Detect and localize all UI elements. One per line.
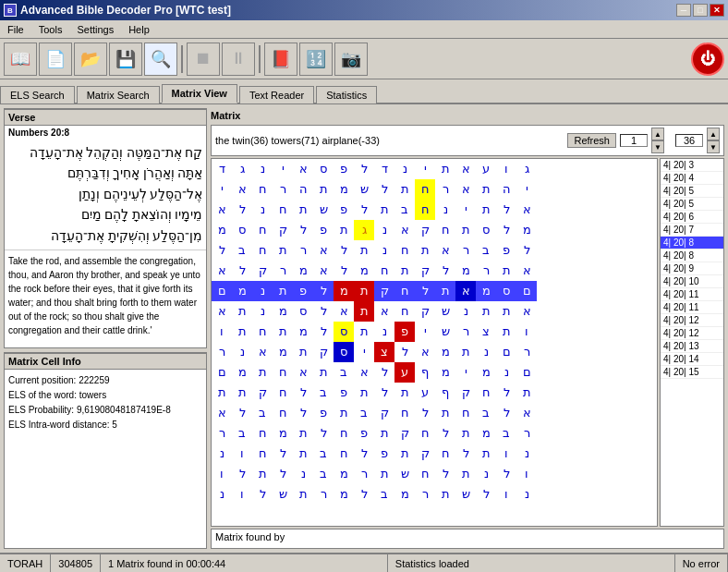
table-row[interactable]: מלסתחקאנגתפלקחסמ bbox=[212, 220, 537, 240]
matrix-cell[interactable]: ב bbox=[313, 464, 334, 484]
matrix-cell[interactable]: מ bbox=[232, 362, 252, 383]
matrix-cell[interactable]: ב bbox=[334, 362, 354, 383]
table-row[interactable]: תלחקףעתלתפבלחקתת bbox=[212, 383, 537, 403]
matrix-cell[interactable]: ס bbox=[334, 342, 354, 362]
refresh-button[interactable]: Refresh bbox=[567, 133, 616, 148]
toolbar-open-button[interactable]: 📂 bbox=[74, 43, 107, 76]
matrix-cell[interactable]: ק bbox=[415, 301, 435, 322]
toolbar-book-button[interactable]: 📕 bbox=[264, 43, 297, 76]
matrix-table[interactable]: גועאתינדלפסאינגדיהתארחתלשמתהרחאיאלתינחבת… bbox=[212, 159, 537, 505]
matrix-cell[interactable]: נ bbox=[212, 444, 232, 464]
matrix-cell[interactable]: ת bbox=[496, 301, 516, 322]
matrix-cell[interactable]: ת bbox=[455, 220, 476, 240]
matrix-cell[interactable]: ח bbox=[252, 444, 273, 464]
menu-settings[interactable]: Settings bbox=[69, 22, 121, 37]
matrix-cell[interactable]: ת bbox=[394, 179, 415, 200]
table-row[interactable]: אתתנשקחאתאלסמנתא bbox=[212, 301, 537, 322]
matrix-cell[interactable]: ח bbox=[252, 322, 273, 342]
matrix-cell[interactable]: ר bbox=[476, 261, 496, 281]
matrix-cell[interactable]: פ bbox=[334, 200, 354, 220]
sidebar-row[interactable]: 4| 20| 11 bbox=[661, 301, 723, 314]
matrix-cell[interactable]: ב bbox=[476, 240, 496, 261]
matrix-cell[interactable]: ח bbox=[334, 423, 354, 444]
matrix-cell[interactable]: ס bbox=[496, 281, 516, 301]
matrix-cell[interactable]: ק bbox=[415, 220, 435, 240]
table-row[interactable]: אלבחתלחקבתפלחבלא bbox=[212, 403, 537, 423]
matrix-cell[interactable]: ה bbox=[496, 179, 516, 200]
toolbar-power-button[interactable]: ⏻ bbox=[691, 43, 724, 76]
matrix-cell[interactable]: ר bbox=[516, 342, 537, 362]
matrix-cell[interactable]: א bbox=[516, 261, 537, 281]
matrix-cell[interactable]: ל bbox=[394, 342, 415, 362]
tab-els-search[interactable]: ELS Search bbox=[0, 86, 75, 103]
matrix-cell[interactable]: ל bbox=[516, 240, 537, 261]
matrix-cell[interactable]: ל bbox=[313, 301, 334, 322]
matrix-cell[interactable]: ם bbox=[496, 342, 516, 362]
matrix-cell[interactable]: י bbox=[273, 159, 293, 179]
toolbar-calc-button[interactable]: 🔢 bbox=[299, 43, 333, 76]
matrix-cell[interactable]: נ bbox=[252, 200, 273, 220]
matrix-cell[interactable]: ח bbox=[252, 220, 273, 240]
matrix-cell[interactable]: ע bbox=[394, 362, 415, 383]
matrix-cell[interactable]: ר bbox=[293, 240, 313, 261]
matrix-cell[interactable]: ק bbox=[455, 383, 476, 403]
matrix-num-input[interactable] bbox=[620, 134, 648, 147]
matrix-cell[interactable]: ח bbox=[415, 423, 435, 444]
matrix-cell[interactable]: ח bbox=[455, 403, 476, 423]
tab-matrix-search[interactable]: Matrix Search bbox=[77, 86, 160, 103]
toolbar-camera-button[interactable]: 📷 bbox=[334, 43, 368, 76]
matrix-cell[interactable]: ו bbox=[496, 159, 516, 179]
matrix-cell[interactable]: ק bbox=[252, 261, 273, 281]
matrix-cell[interactable]: א bbox=[455, 281, 476, 301]
matrix-cell[interactable]: ר bbox=[415, 484, 435, 505]
matrix-cell[interactable]: ו bbox=[516, 322, 537, 342]
matrix-cell[interactable]: נ bbox=[252, 159, 273, 179]
matrix-cell[interactable]: נ bbox=[394, 159, 415, 179]
table-row[interactable]: לפבראתחנתלארתחבל bbox=[212, 240, 537, 261]
matrix-cell[interactable]: ת bbox=[293, 342, 313, 362]
matrix-cell[interactable]: נ bbox=[252, 301, 273, 322]
matrix-cell[interactable]: ל bbox=[415, 281, 435, 301]
tab-text-reader[interactable]: Text Reader bbox=[239, 86, 314, 103]
matrix-cell[interactable]: ת bbox=[374, 423, 394, 444]
matrix-cell[interactable]: ת bbox=[313, 362, 334, 383]
matrix-cell[interactable]: א bbox=[313, 240, 334, 261]
matrix-cell[interactable]: ת bbox=[496, 322, 516, 342]
matrix-cell[interactable]: ל bbox=[354, 444, 374, 464]
matrix-cell[interactable]: נ bbox=[374, 240, 394, 261]
matrix-grid-container[interactable]: גועאתינדלפסאינגדיהתארחתלשמתהרחאיאלתינחבת… bbox=[211, 158, 658, 527]
matrix-cell[interactable]: ל bbox=[212, 240, 232, 261]
matrix-cell[interactable]: מ bbox=[212, 220, 232, 240]
matrix-cell[interactable]: ב bbox=[313, 444, 334, 464]
matrix-cell[interactable]: ת bbox=[334, 220, 354, 240]
matrix-cell[interactable]: ר bbox=[273, 179, 293, 200]
matrix-cell[interactable]: ת bbox=[415, 240, 435, 261]
matrix-cell[interactable]: ג bbox=[232, 159, 252, 179]
matrix-cell[interactable]: ת bbox=[273, 281, 293, 301]
matrix-cell[interactable]: ל bbox=[435, 423, 455, 444]
matrix-cell[interactable]: ת bbox=[476, 444, 496, 464]
matrix-cell[interactable]: ת bbox=[293, 423, 313, 444]
sidebar-row[interactable]: 4| 20| 10 bbox=[661, 275, 723, 288]
matrix-cell[interactable]: א bbox=[374, 301, 394, 322]
matrix-cell[interactable]: א bbox=[516, 200, 537, 220]
matrix-cell[interactable]: א bbox=[313, 261, 334, 281]
matrix-cell[interactable]: ר bbox=[516, 423, 537, 444]
matrix-cell[interactable]: ב bbox=[313, 383, 334, 403]
spin-right-up-button[interactable]: ▲ bbox=[707, 128, 720, 140]
matrix-cell[interactable]: פ bbox=[334, 159, 354, 179]
spin-up-button[interactable]: ▲ bbox=[651, 128, 664, 140]
matrix-cell[interactable]: י bbox=[415, 159, 435, 179]
toolbar-new-button[interactable]: 📄 bbox=[39, 43, 72, 76]
matrix-cell[interactable]: ו bbox=[212, 464, 232, 484]
matrix-cell[interactable]: ל bbox=[252, 484, 273, 505]
matrix-cell[interactable]: ל bbox=[293, 220, 313, 240]
matrix-cell[interactable]: ף bbox=[415, 362, 435, 383]
matrix-cell[interactable]: פ bbox=[354, 423, 374, 444]
menu-tools[interactable]: Tools bbox=[31, 22, 70, 37]
spin-right-down-button[interactable]: ▼ bbox=[707, 140, 720, 153]
sidebar-row[interactable]: 4| 20| 8 bbox=[661, 237, 723, 249]
matrix-cell[interactable]: ר bbox=[212, 342, 232, 362]
matrix-cell[interactable]: ם bbox=[212, 362, 232, 383]
matrix-cell[interactable]: ה bbox=[293, 179, 313, 200]
